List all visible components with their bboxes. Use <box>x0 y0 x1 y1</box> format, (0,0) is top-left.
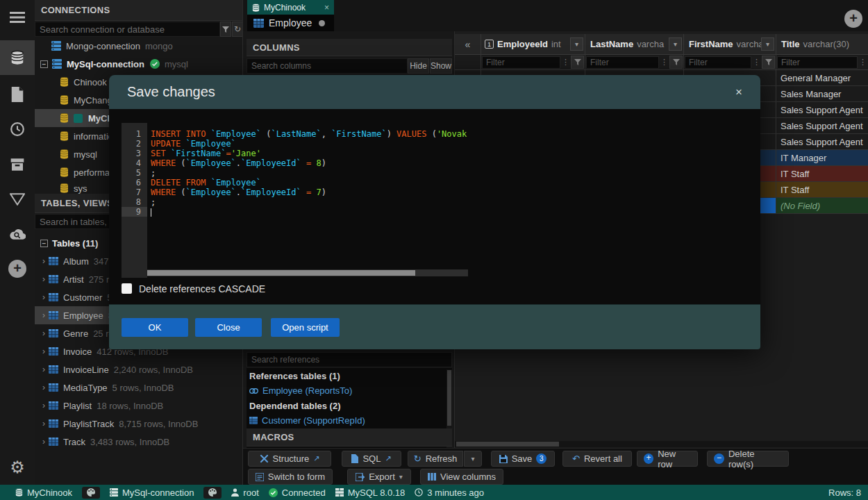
archive-nav-icon[interactable] <box>0 147 35 182</box>
filter-input[interactable] <box>777 56 858 69</box>
tab-employee[interactable]: Employee <box>247 15 334 31</box>
theme-palette-chip[interactable] <box>82 487 100 499</box>
filter-nav-icon[interactable] <box>0 182 35 217</box>
table-item[interactable]: ›MediaType5 rows, InnoDB <box>35 378 243 397</box>
chevron-right-icon[interactable]: › <box>39 401 49 410</box>
switch-to-form-button[interactable]: Switch to form <box>248 469 333 485</box>
open-script-button[interactable]: Open script <box>271 318 340 337</box>
columns-show-button[interactable]: Show <box>430 58 452 74</box>
connections-filter-icon[interactable] <box>220 22 231 37</box>
new-row-button[interactable]: + New row <box>637 451 698 467</box>
filter-menu-icon[interactable]: ⋮ <box>858 58 867 67</box>
collapse-columns-button[interactable]: « <box>455 34 481 55</box>
chevron-right-icon[interactable]: › <box>39 383 49 392</box>
column-menu-chevron-icon[interactable]: ▾ <box>761 38 774 51</box>
editor-hscrollbar[interactable] <box>147 269 468 276</box>
filter-input[interactable] <box>482 56 560 69</box>
current-database-marker <box>74 114 83 123</box>
table-icon <box>49 383 58 392</box>
table-item[interactable]: ›Playlist18 rows, InnoDB <box>35 397 243 415</box>
filter-menu-icon[interactable]: ⋮ <box>752 58 761 67</box>
close-icon[interactable]: × <box>324 3 329 12</box>
chevron-right-icon[interactable]: › <box>39 419 49 428</box>
collapse-expander-icon[interactable]: − <box>40 240 48 247</box>
sql-line[interactable]: ; <box>151 197 156 207</box>
columns-hide-button[interactable]: Hide <box>408 58 429 74</box>
settings-gear-icon[interactable]: ⚙ <box>0 450 35 485</box>
chevron-right-icon[interactable]: › <box>39 292 49 302</box>
sql-button[interactable]: SQL↗ <box>342 451 401 467</box>
table-item[interactable]: ›Track3,483 rows, InnoDB <box>35 433 243 451</box>
sql-line[interactable]: WHERE (`Employee`.`EmployeeId` = 8) <box>151 158 326 168</box>
save-button[interactable]: Save3 <box>491 451 555 467</box>
filter-funnel-icon[interactable] <box>669 56 683 69</box>
connection-item-mysql[interactable]: − MySql-connection mysql <box>35 55 243 73</box>
column-menu-chevron-icon[interactable]: ▾ <box>570 38 583 51</box>
chevron-right-icon[interactable]: › <box>39 310 49 320</box>
reference-link[interactable]: Employee (ReportsTo) <box>249 385 444 396</box>
sql-line[interactable]: DELETE FROM `Employee` <box>151 178 261 188</box>
view-columns-button[interactable]: View columns <box>420 469 503 485</box>
chevron-right-icon[interactable]: › <box>39 365 49 374</box>
sql-line[interactable]: INSERT INTO `Employee` (`LastName`, `Fir… <box>151 129 467 139</box>
filter-input[interactable] <box>685 56 751 69</box>
connection-item-mongo[interactable]: Mongo-connectionmongo <box>35 37 243 55</box>
cascade-checkbox[interactable] <box>122 283 132 294</box>
collapse-expander-icon[interactable]: − <box>40 60 48 68</box>
new-tab-button[interactable]: + <box>844 10 862 28</box>
chevron-right-icon[interactable]: › <box>39 274 49 284</box>
chevron-right-icon[interactable]: › <box>39 328 49 338</box>
filter-funnel-icon[interactable] <box>762 56 775 69</box>
column-header-firstname[interactable]: FirstNamevarcha ▾ <box>684 34 776 55</box>
table-item[interactable]: ›InvoiceLine2,240 rows, InnoDB <box>35 360 243 378</box>
filter-menu-icon[interactable]: ⋮ <box>561 58 570 67</box>
filter-employeeid[interactable]: ⋮ <box>481 55 585 70</box>
database-nav-icon[interactable] <box>0 40 35 75</box>
delete-rows-button[interactable]: − Delete row(s) <box>707 451 789 467</box>
dependent-link[interactable]: Customer (SupportRepId) <box>249 415 444 426</box>
sql-line[interactable]: UPDATE `Employee` <box>151 139 236 149</box>
files-nav-icon[interactable] <box>0 77 35 112</box>
filter-lastname[interactable]: ⋮ <box>585 55 684 70</box>
export-button[interactable]: Export▾ <box>347 469 411 485</box>
column-header-lastname[interactable]: LastNamevarcha ▾ <box>585 34 684 55</box>
column-header-employeeid[interactable]: 1 EmployeeIdint ▾ <box>481 34 585 55</box>
table-item[interactable]: ›PlaylistTrack8,715 rows, InnoDB <box>35 415 243 433</box>
filter-firstname[interactable]: ⋮ <box>684 55 776 70</box>
modal-close-icon[interactable]: × <box>735 85 742 99</box>
connections-refresh-icon[interactable]: ↻ <box>232 22 243 37</box>
close-button[interactable]: Close <box>195 318 262 337</box>
revert-all-button[interactable]: ↶ Revert all <box>562 451 632 467</box>
filter-input[interactable] <box>586 56 659 69</box>
chevron-right-icon[interactable]: › <box>39 347 49 356</box>
structure-button[interactable]: Structure↗ <box>248 451 331 467</box>
refresh-dropdown-button[interactable]: ▾ <box>464 451 482 467</box>
references-search-input[interactable] <box>247 352 452 367</box>
filter-funnel-icon[interactable] <box>571 56 584 69</box>
columns-search-input[interactable] <box>247 58 408 74</box>
sql-line[interactable]: WHERE (`Employee`.`EmployeeId` = 7) <box>151 188 326 197</box>
theme-palette-chip[interactable] <box>203 487 222 499</box>
column-menu-chevron-icon[interactable]: ▾ <box>669 38 682 51</box>
chevron-right-icon[interactable]: › <box>39 256 49 266</box>
database-icon <box>60 167 69 177</box>
chevron-right-icon[interactable]: › <box>39 437 49 447</box>
status-connection[interactable]: MySql-connection <box>110 488 194 498</box>
refresh-button[interactable]: ↻ Refresh <box>408 451 463 467</box>
hamburger-menu-icon[interactable] <box>0 0 35 35</box>
sql-editor[interactable]: INSERT INTO `Employee` (`LastName`, `Fir… <box>151 123 752 278</box>
sql-line[interactable]: SET `FirstName`='Jane' <box>151 149 261 158</box>
status-database[interactable]: MyChinook <box>15 488 72 498</box>
sql-line[interactable]: ; <box>151 168 156 178</box>
filter-title[interactable]: ⋮ <box>776 55 868 70</box>
tab-group-mychinook[interactable]: MyChinook × <box>247 0 334 15</box>
add-nav-icon[interactable]: + <box>0 251 35 286</box>
column-header-title[interactable]: Titlevarchar(30) <box>776 34 868 55</box>
sql-line[interactable] <box>151 207 151 217</box>
connections-search-input[interactable] <box>35 22 220 37</box>
grid-hscrollbar[interactable] <box>455 441 868 447</box>
history-nav-icon[interactable] <box>0 112 35 147</box>
cloud-search-nav-icon[interactable] <box>0 217 35 251</box>
filter-menu-icon[interactable]: ⋮ <box>660 58 669 67</box>
ok-button[interactable]: OK <box>122 318 188 337</box>
